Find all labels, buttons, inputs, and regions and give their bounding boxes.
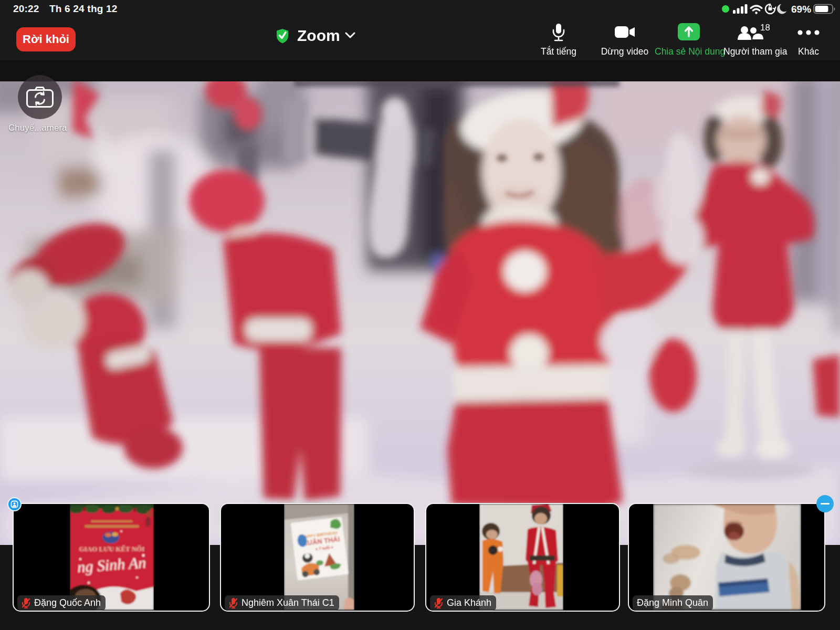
svg-text:Zoom: Zoom	[297, 27, 340, 44]
svg-text:18: 18	[760, 23, 770, 33]
svg-text:GIAO LƯU KẾT NỐI: GIAO LƯU KẾT NỐI	[79, 545, 145, 553]
